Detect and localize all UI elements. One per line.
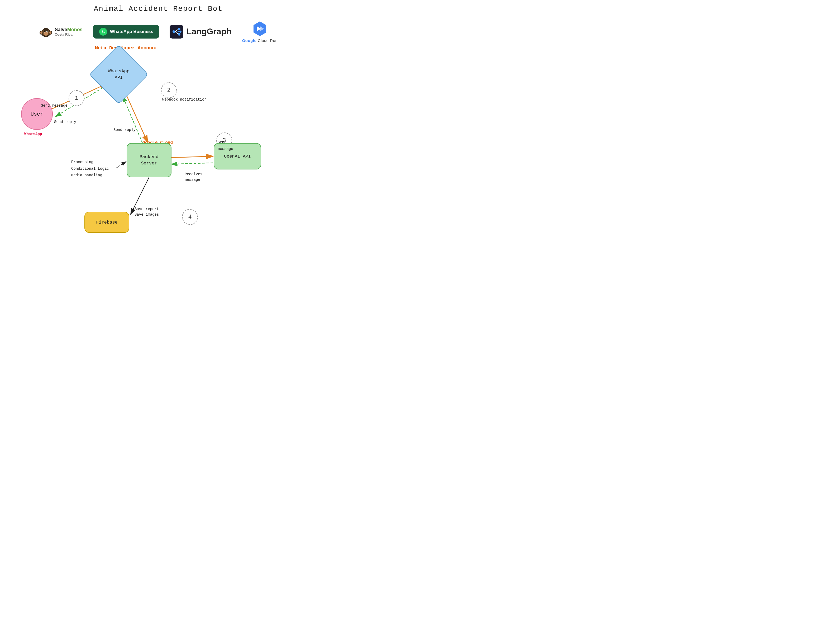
diagram: Meta Developer Account WhatsAppAPI User … bbox=[13, 45, 303, 246]
svg-line-31 bbox=[171, 163, 213, 164]
send-reply-left-label: Send reply bbox=[54, 119, 76, 125]
logos-row: SalveMonos Costa Rica WhatsApp Business … bbox=[0, 13, 317, 45]
firebase-node: Firebase bbox=[84, 212, 129, 233]
whatsapp-api-node: WhatsAppAPI bbox=[89, 44, 148, 104]
svg-point-9 bbox=[44, 31, 45, 32]
svg-point-11 bbox=[43, 28, 49, 31]
save-report-label: Save reportSave images bbox=[135, 206, 159, 218]
whatsapp-api-label: WhatsAppAPI bbox=[108, 68, 130, 81]
send-message-3-label: Sendmessage bbox=[217, 139, 233, 152]
svg-point-5 bbox=[49, 31, 51, 34]
step-4-circle: 4 bbox=[182, 209, 198, 225]
step-1-circle: 1 bbox=[69, 90, 84, 106]
salvemonos-logo: SalveMonos Costa Rica bbox=[39, 25, 83, 38]
meta-label: Meta Developer Account bbox=[95, 45, 158, 51]
svg-point-16 bbox=[178, 33, 181, 35]
svg-line-33 bbox=[116, 161, 126, 168]
svg-point-3 bbox=[40, 31, 43, 34]
processing-label: ProcessingConditional LogicMedia handlin… bbox=[71, 159, 109, 179]
send-message-label: Send message bbox=[41, 103, 67, 109]
svg-line-29 bbox=[122, 96, 142, 143]
svg-point-14 bbox=[173, 30, 175, 33]
svg-point-10 bbox=[47, 31, 47, 32]
langgraph-logo: LangGraph bbox=[170, 25, 232, 38]
svg-point-15 bbox=[178, 28, 181, 30]
send-reply-right-label: Send reply bbox=[113, 127, 136, 133]
whatsapp-icon bbox=[99, 28, 107, 36]
backend-server-node: BackendServer bbox=[127, 143, 171, 177]
receives-message-label: Receivesmessage bbox=[185, 172, 202, 182]
whatsapp-logo: WhatsApp Business bbox=[93, 25, 159, 38]
page-title: Animal Accident Report Bot bbox=[0, 0, 317, 13]
svg-line-28 bbox=[127, 95, 148, 143]
langgraph-icon bbox=[170, 25, 183, 38]
gcr-icon bbox=[251, 20, 268, 37]
svg-point-6 bbox=[43, 32, 48, 35]
step-2-circle: 2 bbox=[161, 82, 177, 98]
whatsapp-user-label: WhatsApp bbox=[24, 132, 42, 136]
google-cloud-run-logo: Google Cloud Run bbox=[242, 20, 278, 43]
svg-line-30 bbox=[171, 156, 213, 158]
webhook-notification-label: Webhook notification bbox=[162, 97, 207, 103]
monkey-icon bbox=[39, 25, 53, 38]
svg-point-12 bbox=[99, 28, 107, 35]
